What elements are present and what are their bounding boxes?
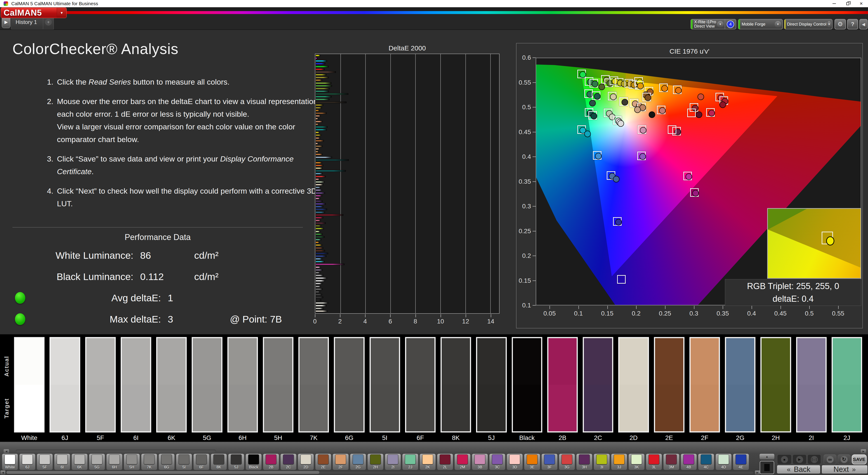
close-button[interactable]: ✕ [855,0,868,7]
deltae-bar[interactable] [315,107,322,109]
pattern-swatch-3b[interactable]: 3B [472,453,488,470]
pattern-swatch-6f[interactable]: 6F [193,453,210,470]
deltae-bar[interactable] [315,118,318,119]
deltae-bar[interactable] [315,242,319,243]
pattern-window-up-button[interactable]: ▲ [759,453,775,459]
deltae-bar[interactable] [315,148,320,150]
pattern-swatch-3d[interactable]: 3D [506,453,523,470]
read-range-button[interactable]: [↔] [807,454,821,464]
deltae-bar[interactable] [315,195,322,197]
pattern-swatch-3k[interactable]: 3K [628,453,645,470]
deltae-bar[interactable] [315,80,322,81]
deltae-bar[interactable] [315,214,343,216]
pattern-swatch-6g[interactable]: 6G [158,453,175,470]
swatch-scrollbar[interactable] [6,471,754,474]
pattern-swatch-2e[interactable]: 2E [315,453,331,470]
deltae-bar[interactable] [315,288,322,290]
pattern-swatch-6j[interactable]: 6J [19,453,35,470]
top-scroll-track[interactable] [16,450,216,453]
deltae-bar[interactable] [315,305,327,306]
pattern-swatch-5g[interactable]: 5G [89,453,105,470]
pattern-swatch-3g[interactable]: 3G [559,453,575,470]
pattern-swatch-3c[interactable]: 3C [489,453,505,470]
deltae-bar[interactable] [315,250,325,251]
deltae-bar[interactable] [315,280,325,281]
deltae-bar[interactable] [315,228,324,229]
pattern-swatch-2m[interactable]: 2M [454,453,471,470]
read-series-button[interactable]: ▶ [793,454,807,464]
pattern-swatch-3e[interactable]: 3E [524,453,540,470]
deltae-bar[interactable] [315,159,349,161]
pattern-swatch-2j[interactable]: 2J [402,453,418,470]
deltae-bar[interactable] [315,74,327,76]
pattern-swatch-7k[interactable]: 7K [141,453,157,470]
pattern-swatch-2l[interactable]: 2L [437,453,453,470]
deltae-bar[interactable] [315,236,324,238]
deltae-bar[interactable] [315,231,320,232]
pattern-swatch-4b[interactable]: 4B [681,453,697,470]
calman-logo-menu[interactable]: CalMAN 5 ▼ [1,7,67,18]
logo-dropdown-arrow-icon[interactable]: ▼ [57,8,66,18]
deltae-bar[interactable] [315,225,321,227]
deltae-bar[interactable] [315,82,331,84]
pattern-swatch-2g[interactable]: 2G [350,453,366,470]
deltae-bar[interactable] [315,57,317,59]
deltae-bar[interactable] [315,68,324,70]
deltae-bar[interactable] [315,244,322,246]
deltae-bar[interactable] [315,99,329,100]
pattern-window-preview[interactable] [760,461,774,474]
pattern-swatch-3m[interactable]: 3M [663,453,680,470]
deltae-bar[interactable] [315,60,327,62]
deltae-bar[interactable] [315,211,325,213]
pattern-swatch-2k[interactable]: 2K [420,453,436,470]
deltae-bar[interactable] [315,85,332,87]
deltae-bar[interactable] [315,110,319,111]
pattern-swatch-2b[interactable]: 2B [263,453,279,470]
deltae-bar[interactable] [315,239,321,240]
pattern-swatch-5j[interactable]: 5J [228,453,244,470]
pattern-swatch-3j[interactable]: 3J [611,453,627,470]
deltae-bar[interactable] [315,253,328,254]
deltae-bar[interactable] [315,264,344,265]
deltae-bar[interactable] [315,145,322,147]
deltae-bar[interactable] [315,173,322,174]
device-dropdown-2[interactable]: Mobile Forge▼ [738,19,783,29]
deltae-bar[interactable] [315,269,322,271]
save-button[interactable]: SAVE [852,454,867,464]
deltae-bar[interactable] [315,198,320,199]
pattern-swatch-white[interactable]: White [2,453,18,470]
deltae-bar[interactable] [315,310,328,312]
next-button[interactable]: Next » [822,465,867,473]
pattern-swatch-8k[interactable]: 8K [211,453,227,470]
deltae-bar[interactable] [315,203,326,205]
deltae-bar[interactable] [315,291,320,293]
deltae-bar[interactable] [315,178,320,180]
deltae-bar[interactable] [315,266,321,268]
deltae-bar[interactable] [315,192,325,194]
deltae-bar[interactable] [315,176,326,177]
deltae-bar[interactable] [315,170,346,172]
pattern-swatch-6i[interactable]: 6I [54,453,70,470]
deltae-bar[interactable] [315,66,329,67]
pattern-swatch-2h[interactable]: 2H [367,453,383,470]
deltae-bar[interactable] [315,294,322,295]
deltae-bar[interactable] [315,299,321,301]
deltae-bar[interactable] [315,209,327,210]
deltae-bar[interactable] [315,121,322,122]
deltae-bar[interactable] [315,151,319,152]
deltae-bar[interactable] [315,123,319,125]
deltae-bar[interactable] [315,129,327,130]
deltae-bar[interactable] [315,135,321,136]
deltae-bar[interactable] [315,104,323,106]
deltae-bar[interactable] [315,277,327,279]
deltae-bar[interactable] [315,71,336,73]
deltae-bar[interactable] [315,126,328,128]
pattern-swatch-2c[interactable]: 2C [280,453,297,470]
help-button[interactable]: ? [847,19,858,29]
deltae-bar[interactable] [315,168,322,169]
pattern-swatch-3l[interactable]: 3L [646,453,662,470]
deltae-bar[interactable] [315,247,323,249]
deltae-bar[interactable] [315,219,321,221]
deltae-bar[interactable] [315,258,322,260]
pattern-swatch-6h[interactable]: 6H [106,453,123,470]
